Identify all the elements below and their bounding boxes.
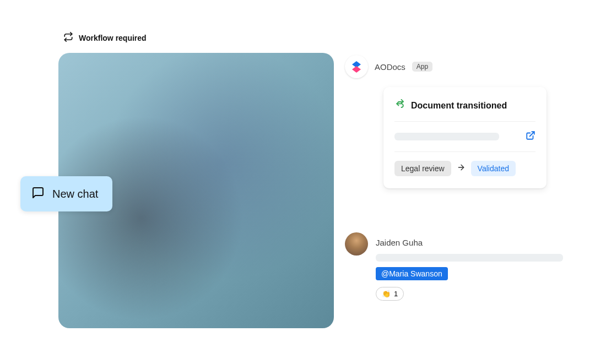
new-chat-button[interactable]: New chat xyxy=(20,176,112,211)
message-author: Jaiden Guha xyxy=(376,238,576,247)
chat-message: Jaiden Guha @Maria Swanson 👏 1 xyxy=(345,232,576,301)
reaction-pill[interactable]: 👏 1 xyxy=(376,287,404,301)
app-tag-badge: App xyxy=(412,62,432,72)
card-header: Document transitioned xyxy=(394,99,536,122)
status-from-chip: Legal review xyxy=(394,161,451,176)
workflow-required-header: Workflow required xyxy=(63,32,147,44)
new-chat-label: New chat xyxy=(52,188,98,200)
mention-chip[interactable]: @Maria Swanson xyxy=(376,267,448,280)
reaction-count: 1 xyxy=(394,290,398,298)
status-row: Legal review Validated xyxy=(394,152,536,176)
aodocs-logo-icon xyxy=(345,55,368,78)
card-link-row[interactable] xyxy=(394,122,536,152)
workflow-icon xyxy=(63,32,73,44)
message-placeholder xyxy=(376,254,563,262)
document-transitioned-card: Document transitioned Legal review Valid… xyxy=(383,87,547,188)
workflow-required-label: Workflow required xyxy=(79,34,147,42)
svg-line-0 xyxy=(530,132,534,136)
app-header: AODocs App xyxy=(345,55,432,78)
app-name: AODocs xyxy=(375,62,405,72)
arrow-right-icon xyxy=(457,163,466,174)
external-link-icon[interactable] xyxy=(526,131,536,143)
card-title: Document transitioned xyxy=(411,101,507,111)
placeholder-text xyxy=(394,133,499,140)
transition-icon xyxy=(394,99,405,112)
chat-icon xyxy=(31,186,45,202)
status-to-chip: Validated xyxy=(471,161,516,176)
avatar[interactable] xyxy=(345,232,368,256)
clap-emoji-icon: 👏 xyxy=(382,290,391,298)
